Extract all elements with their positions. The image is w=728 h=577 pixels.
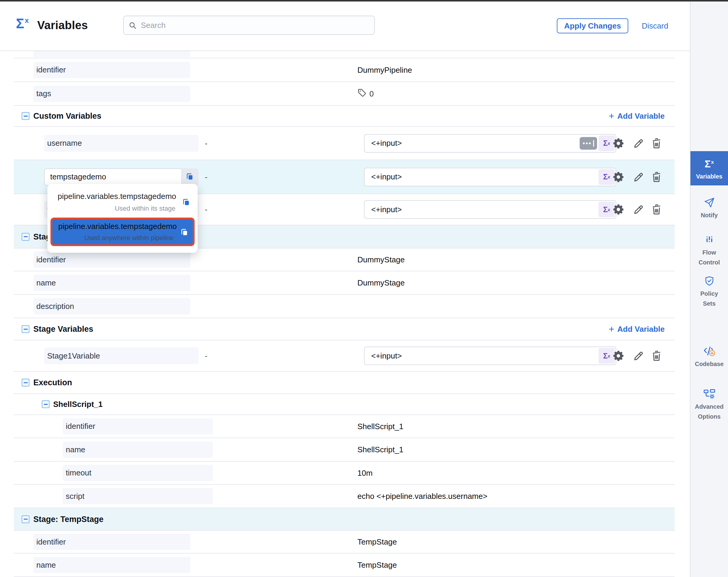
variable-row: username-<+input>Σx <box>14 127 675 160</box>
sidebar-item-advanced-options[interactable]: AdvancedOptions <box>691 387 728 421</box>
table-row: nameShellScript_1 <box>14 438 675 461</box>
variable-name-text-box[interactable]: tempstagedemo <box>44 168 181 186</box>
sidebar-item-label: Notify <box>691 211 728 219</box>
gear-icon <box>613 145 624 150</box>
shield-check-icon <box>691 274 728 287</box>
variable-settings-button[interactable] <box>613 203 624 216</box>
variable-name-input[interactable]: tempstagedemo <box>44 168 199 186</box>
table-row: DummyPipeline <box>14 50 675 58</box>
copy-icon[interactable] <box>176 228 193 236</box>
delete-variable-button[interactable] <box>651 203 662 216</box>
required-dash: - <box>205 205 208 214</box>
copy-menu-item[interactable]: pipeline.variables.tempstagedemoUsed wit… <box>50 186 194 218</box>
variable-name-box: username <box>44 135 199 152</box>
variable-value-input[interactable]: <+input>Σx <box>364 168 616 186</box>
collapse-minus-icon[interactable] <box>22 233 29 241</box>
table-row: timeout10m <box>14 461 675 485</box>
edit-variable-button[interactable] <box>632 171 645 183</box>
sidebar-item-policy-sets[interactable]: PolicySets <box>691 274 728 307</box>
variable-value-input[interactable]: <+input>Σx <box>364 134 616 153</box>
partial-label-box <box>33 51 190 57</box>
sliders-icon <box>691 233 728 246</box>
edit-variable-button[interactable] <box>632 203 645 216</box>
trash-icon <box>651 145 662 150</box>
collapse-minus-icon[interactable] <box>22 325 29 333</box>
collapse-minus-icon[interactable] <box>22 516 29 523</box>
variable-settings-button[interactable] <box>613 171 624 183</box>
discard-button[interactable]: Discard <box>642 21 668 31</box>
section-row: Execution <box>14 372 675 394</box>
field-label-box: description <box>33 298 190 315</box>
sigma-x-icon: Σx <box>16 17 29 30</box>
section-row: Stage: TempStage <box>14 508 675 531</box>
variable-copy-menu: pipeline.variables.tempstagedemoUsed wit… <box>48 184 198 253</box>
section-row: ShellScript_1 <box>14 394 675 415</box>
sidebar-item-label: Options <box>691 413 728 421</box>
collapse-minus-icon[interactable] <box>42 400 50 408</box>
variable-value-input[interactable]: <+input>Σx <box>364 200 616 219</box>
tag-icon <box>357 88 369 99</box>
delete-variable-button[interactable] <box>651 350 662 362</box>
sidebar-item-notify[interactable]: Notify <box>691 196 728 219</box>
delete-variable-button[interactable] <box>651 137 662 149</box>
sidebar-item-label: Control <box>691 259 728 266</box>
field-value: TempStage <box>357 537 397 547</box>
variable-name: Stage1Variable <box>47 351 100 361</box>
ellipsis-badge[interactable] <box>580 137 597 150</box>
table-row: nameTempStage <box>14 554 675 577</box>
variable-value-text: <+input> <box>371 351 616 361</box>
edit-variable-button[interactable] <box>632 350 645 362</box>
section-title: Stage Variables <box>33 325 94 334</box>
copy-name-button[interactable] <box>181 168 199 186</box>
copy-icon <box>186 172 194 182</box>
field-value: DummyStage <box>357 278 405 287</box>
add-variable-button[interactable]: +Add Variable <box>609 324 665 334</box>
sidebar-item-label: Variables <box>691 173 728 180</box>
collapse-minus-icon[interactable] <box>22 112 29 120</box>
field-label: name <box>36 278 56 287</box>
search-input[interactable]: Search <box>123 16 375 35</box>
variable-settings-button[interactable] <box>613 137 624 149</box>
copy-menu-item-selected[interactable]: pipeline.variables.tempstagedemoUsed any… <box>50 218 194 246</box>
variable-settings-button[interactable] <box>613 350 624 362</box>
trash-icon <box>651 358 662 363</box>
variable-value-text: <+input> <box>371 139 616 148</box>
field-label: script <box>66 492 84 501</box>
tags-count: 0 <box>369 89 373 98</box>
edit-variable-button[interactable] <box>632 137 645 149</box>
right-toolbar: ΣxVariablesNotifyFlowControlPolicySetsCo… <box>690 1 728 577</box>
add-variable-button[interactable]: +Add Variable <box>609 111 665 121</box>
delete-variable-button[interactable] <box>651 171 662 183</box>
sidebar-item-codebase[interactable]: Codebase <box>691 345 728 368</box>
variable-value-input[interactable]: <+input>Σx <box>364 347 616 365</box>
flowchart-gear-icon <box>691 387 728 401</box>
field-label-box: name <box>33 557 190 573</box>
copy-menu-item-subtitle: Used within its stage <box>50 205 178 212</box>
pencil-icon <box>632 211 645 216</box>
collapse-minus-icon[interactable] <box>22 379 29 386</box>
section-title: ShellScript_1 <box>53 400 103 409</box>
required-dash: - <box>205 172 208 181</box>
pencil-icon <box>632 358 645 363</box>
field-value: ShellScript_1 <box>357 422 404 431</box>
variable-name-box: Stage1Variable <box>44 347 199 364</box>
add-variable-label: Add Variable <box>618 325 665 334</box>
apply-changes-button[interactable]: Apply Changes <box>557 18 628 33</box>
table-row: description <box>14 295 675 318</box>
copy-icon[interactable] <box>178 198 194 206</box>
sidebar-item-flow-control[interactable]: FlowControl <box>691 233 728 266</box>
tags-chip[interactable]: 0 <box>357 88 373 99</box>
copy-menu-item-text: pipeline.variables.tempstagedemoUsed wit… <box>50 192 178 212</box>
sidebar-item-variables[interactable]: ΣxVariables <box>691 151 728 185</box>
sidebar-item-label: Sets <box>691 300 728 307</box>
trash-icon <box>651 179 662 184</box>
field-label: identifier <box>36 255 66 265</box>
table-row: identifierTempStage <box>14 531 675 554</box>
field-value: DummyStage <box>357 255 405 265</box>
copy-menu-item-text: pipeline.variables.tempstagedemoUsed any… <box>52 222 176 242</box>
table-row: tags0 <box>14 82 675 106</box>
field-label: identifier <box>36 537 66 547</box>
variable-value-text: <+input> <box>371 205 616 214</box>
field-label-box: identifier <box>33 252 190 268</box>
code-warning-icon <box>691 345 728 358</box>
